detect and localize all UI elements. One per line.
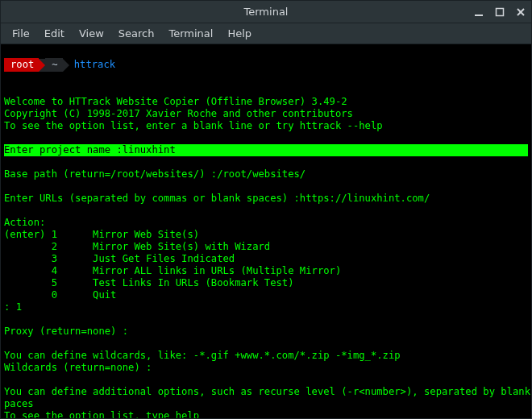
window-controls xyxy=(473,1,526,23)
prompt-arrow-icon xyxy=(39,59,45,72)
minimize-button[interactable] xyxy=(473,6,484,18)
menu-help[interactable]: Help xyxy=(221,25,258,42)
menu-view[interactable]: View xyxy=(73,25,110,42)
terminal-area[interactable]: root~httrack Welcome to HTTrack Website … xyxy=(1,44,531,418)
menu-search[interactable]: Search xyxy=(112,25,161,42)
maximize-button[interactable] xyxy=(494,6,505,18)
terminal-window: Terminal File Edit View Search Terminal … xyxy=(0,0,532,419)
command-text: httrack xyxy=(74,59,115,71)
project-name-value: linuxhint xyxy=(123,144,176,156)
prompt-path: ~ xyxy=(45,58,62,72)
project-name-prompt: Enter project name :linuxhint xyxy=(4,144,528,156)
prompt-line: root~httrack xyxy=(4,58,528,72)
prompt-arrow-icon xyxy=(63,59,69,72)
titlebar[interactable]: Terminal xyxy=(1,1,531,23)
menu-file[interactable]: File xyxy=(6,25,36,42)
prompt-user: root xyxy=(4,58,39,72)
svg-rect-1 xyxy=(497,9,504,16)
terminal-output: Welcome to HTTrack Website Copier (Offli… xyxy=(4,96,531,418)
menu-edit[interactable]: Edit xyxy=(38,25,71,42)
menubar: File Edit View Search Terminal Help xyxy=(1,23,531,44)
window-title: Terminal xyxy=(1,6,531,18)
close-button[interactable] xyxy=(515,6,526,18)
menu-terminal[interactable]: Terminal xyxy=(162,25,219,42)
